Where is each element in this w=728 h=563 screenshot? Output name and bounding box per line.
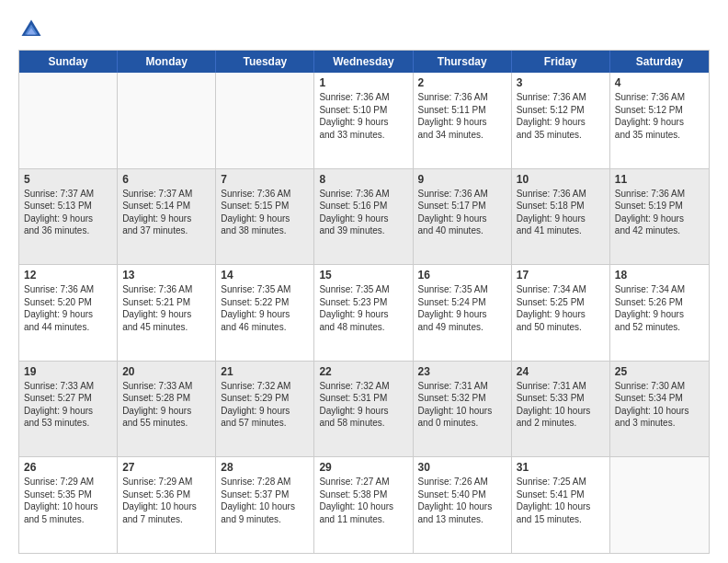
logo bbox=[18, 17, 48, 42]
cell-info: Sunrise: 7:36 AM Sunset: 5:19 PM Dayligh… bbox=[615, 188, 704, 237]
cell-info: Sunrise: 7:32 AM Sunset: 5:31 PM Dayligh… bbox=[319, 380, 407, 430]
cell-info: Sunrise: 7:35 AM Sunset: 5:22 PM Dayligh… bbox=[221, 283, 309, 333]
cell-date: 4 bbox=[615, 76, 704, 89]
calendar-cell: 26Sunrise: 7:29 AM Sunset: 5:35 PM Dayli… bbox=[19, 457, 118, 553]
cell-date: 29 bbox=[319, 461, 407, 474]
calendar-cell bbox=[118, 73, 216, 168]
cell-date: 12 bbox=[24, 269, 112, 282]
calendar: SundayMondayTuesdayWednesdayThursdayFrid… bbox=[18, 50, 710, 554]
cell-date: 20 bbox=[122, 365, 210, 378]
cell-date: 19 bbox=[24, 365, 112, 378]
calendar-row: 12Sunrise: 7:36 AM Sunset: 5:20 PM Dayli… bbox=[19, 264, 709, 361]
calendar-cell: 17Sunrise: 7:34 AM Sunset: 5:25 PM Dayli… bbox=[512, 265, 610, 361]
cell-date: 1 bbox=[319, 76, 407, 89]
calendar-cell: 28Sunrise: 7:28 AM Sunset: 5:37 PM Dayli… bbox=[216, 457, 314, 553]
cell-info: Sunrise: 7:36 AM Sunset: 5:12 PM Dayligh… bbox=[615, 91, 704, 141]
calendar-cell: 24Sunrise: 7:31 AM Sunset: 5:33 PM Dayli… bbox=[512, 362, 610, 457]
cell-date: 16 bbox=[418, 269, 506, 282]
header-day-saturday: Saturday bbox=[610, 51, 709, 73]
calendar-cell: 19Sunrise: 7:33 AM Sunset: 5:27 PM Dayli… bbox=[19, 362, 118, 457]
logo-icon bbox=[18, 17, 44, 42]
cell-date: 30 bbox=[418, 461, 506, 474]
calendar-cell: 30Sunrise: 7:26 AM Sunset: 5:40 PM Dayli… bbox=[414, 457, 512, 553]
cell-date: 22 bbox=[319, 365, 407, 378]
calendar-cell: 1Sunrise: 7:36 AM Sunset: 5:10 PM Daylig… bbox=[314, 73, 413, 168]
cell-info: Sunrise: 7:28 AM Sunset: 5:37 PM Dayligh… bbox=[221, 476, 309, 525]
calendar-row: 1Sunrise: 7:36 AM Sunset: 5:10 PM Daylig… bbox=[19, 73, 709, 168]
calendar-cell: 12Sunrise: 7:36 AM Sunset: 5:20 PM Dayli… bbox=[19, 265, 118, 361]
cell-date: 15 bbox=[319, 269, 407, 282]
calendar-row: 19Sunrise: 7:33 AM Sunset: 5:27 PM Dayli… bbox=[19, 361, 709, 457]
cell-info: Sunrise: 7:32 AM Sunset: 5:29 PM Dayligh… bbox=[221, 380, 309, 430]
header-day-thursday: Thursday bbox=[414, 51, 512, 73]
cell-date: 7 bbox=[221, 173, 309, 186]
header-day-wednesday: Wednesday bbox=[314, 51, 413, 73]
cell-info: Sunrise: 7:36 AM Sunset: 5:18 PM Dayligh… bbox=[517, 188, 605, 237]
calendar-body: 1Sunrise: 7:36 AM Sunset: 5:10 PM Daylig… bbox=[19, 73, 709, 553]
cell-date: 11 bbox=[615, 173, 704, 186]
cell-date: 25 bbox=[615, 365, 704, 378]
cell-date: 14 bbox=[221, 269, 309, 282]
cell-date: 8 bbox=[319, 173, 407, 186]
calendar-cell: 13Sunrise: 7:36 AM Sunset: 5:21 PM Dayli… bbox=[118, 265, 216, 361]
calendar-cell: 14Sunrise: 7:35 AM Sunset: 5:22 PM Dayli… bbox=[216, 265, 314, 361]
calendar-cell: 31Sunrise: 7:25 AM Sunset: 5:41 PM Dayli… bbox=[512, 457, 610, 553]
cell-date: 6 bbox=[122, 173, 210, 186]
calendar-cell: 9Sunrise: 7:36 AM Sunset: 5:17 PM Daylig… bbox=[414, 169, 512, 265]
calendar-cell bbox=[610, 457, 709, 553]
calendar-cell bbox=[19, 73, 118, 168]
header-day-monday: Monday bbox=[118, 51, 216, 73]
calendar-cell: 18Sunrise: 7:34 AM Sunset: 5:26 PM Dayli… bbox=[610, 265, 709, 361]
header-day-friday: Friday bbox=[512, 51, 610, 73]
cell-info: Sunrise: 7:35 AM Sunset: 5:23 PM Dayligh… bbox=[319, 283, 407, 333]
calendar-header: SundayMondayTuesdayWednesdayThursdayFrid… bbox=[19, 51, 709, 73]
cell-info: Sunrise: 7:36 AM Sunset: 5:15 PM Dayligh… bbox=[221, 188, 309, 237]
header-day-sunday: Sunday bbox=[19, 51, 118, 73]
cell-info: Sunrise: 7:34 AM Sunset: 5:26 PM Dayligh… bbox=[615, 283, 704, 333]
cell-info: Sunrise: 7:36 AM Sunset: 5:10 PM Dayligh… bbox=[319, 91, 407, 141]
cell-date: 5 bbox=[24, 173, 112, 186]
cell-info: Sunrise: 7:34 AM Sunset: 5:25 PM Dayligh… bbox=[517, 283, 605, 333]
cell-info: Sunrise: 7:36 AM Sunset: 5:21 PM Dayligh… bbox=[122, 283, 210, 333]
cell-date: 31 bbox=[517, 461, 605, 474]
cell-date: 21 bbox=[221, 365, 309, 378]
cell-date: 18 bbox=[615, 269, 704, 282]
cell-info: Sunrise: 7:30 AM Sunset: 5:34 PM Dayligh… bbox=[615, 380, 704, 430]
cell-date: 13 bbox=[122, 269, 210, 282]
cell-date: 26 bbox=[24, 461, 112, 474]
cell-info: Sunrise: 7:35 AM Sunset: 5:24 PM Dayligh… bbox=[418, 283, 506, 333]
calendar-cell: 23Sunrise: 7:31 AM Sunset: 5:32 PM Dayli… bbox=[414, 362, 512, 457]
cell-info: Sunrise: 7:36 AM Sunset: 5:11 PM Dayligh… bbox=[418, 91, 506, 141]
cell-info: Sunrise: 7:36 AM Sunset: 5:17 PM Dayligh… bbox=[418, 188, 506, 237]
calendar-row: 5Sunrise: 7:37 AM Sunset: 5:13 PM Daylig… bbox=[19, 168, 709, 265]
calendar-cell: 15Sunrise: 7:35 AM Sunset: 5:23 PM Dayli… bbox=[314, 265, 413, 361]
calendar-cell: 16Sunrise: 7:35 AM Sunset: 5:24 PM Dayli… bbox=[414, 265, 512, 361]
cell-info: Sunrise: 7:36 AM Sunset: 5:20 PM Dayligh… bbox=[24, 283, 112, 333]
calendar-row: 26Sunrise: 7:29 AM Sunset: 5:35 PM Dayli… bbox=[19, 456, 709, 553]
calendar-cell: 21Sunrise: 7:32 AM Sunset: 5:29 PM Dayli… bbox=[216, 362, 314, 457]
cell-info: Sunrise: 7:29 AM Sunset: 5:36 PM Dayligh… bbox=[122, 476, 210, 525]
calendar-cell: 11Sunrise: 7:36 AM Sunset: 5:19 PM Dayli… bbox=[610, 169, 709, 265]
cell-info: Sunrise: 7:36 AM Sunset: 5:12 PM Dayligh… bbox=[517, 91, 605, 141]
calendar-cell: 29Sunrise: 7:27 AM Sunset: 5:38 PM Dayli… bbox=[314, 457, 413, 553]
cell-info: Sunrise: 7:31 AM Sunset: 5:32 PM Dayligh… bbox=[418, 380, 506, 430]
cell-info: Sunrise: 7:33 AM Sunset: 5:28 PM Dayligh… bbox=[122, 380, 210, 430]
calendar-cell: 22Sunrise: 7:32 AM Sunset: 5:31 PM Dayli… bbox=[314, 362, 413, 457]
header-day-tuesday: Tuesday bbox=[216, 51, 314, 73]
calendar-cell: 6Sunrise: 7:37 AM Sunset: 5:14 PM Daylig… bbox=[118, 169, 216, 265]
calendar-cell: 2Sunrise: 7:36 AM Sunset: 5:11 PM Daylig… bbox=[414, 73, 512, 168]
calendar-cell: 10Sunrise: 7:36 AM Sunset: 5:18 PM Dayli… bbox=[512, 169, 610, 265]
cell-info: Sunrise: 7:31 AM Sunset: 5:33 PM Dayligh… bbox=[517, 380, 605, 430]
calendar-cell: 7Sunrise: 7:36 AM Sunset: 5:15 PM Daylig… bbox=[216, 169, 314, 265]
calendar-cell: 4Sunrise: 7:36 AM Sunset: 5:12 PM Daylig… bbox=[610, 73, 709, 168]
calendar-cell: 20Sunrise: 7:33 AM Sunset: 5:28 PM Dayli… bbox=[118, 362, 216, 457]
cell-date: 28 bbox=[221, 461, 309, 474]
cell-info: Sunrise: 7:29 AM Sunset: 5:35 PM Dayligh… bbox=[24, 476, 112, 525]
cell-date: 3 bbox=[517, 76, 605, 89]
page: SundayMondayTuesdayWednesdayThursdayFrid… bbox=[0, 0, 728, 563]
calendar-cell: 27Sunrise: 7:29 AM Sunset: 5:36 PM Dayli… bbox=[118, 457, 216, 553]
calendar-cell: 25Sunrise: 7:30 AM Sunset: 5:34 PM Dayli… bbox=[610, 362, 709, 457]
header bbox=[18, 17, 710, 42]
cell-info: Sunrise: 7:36 AM Sunset: 5:16 PM Dayligh… bbox=[319, 188, 407, 237]
cell-date: 17 bbox=[517, 269, 605, 282]
